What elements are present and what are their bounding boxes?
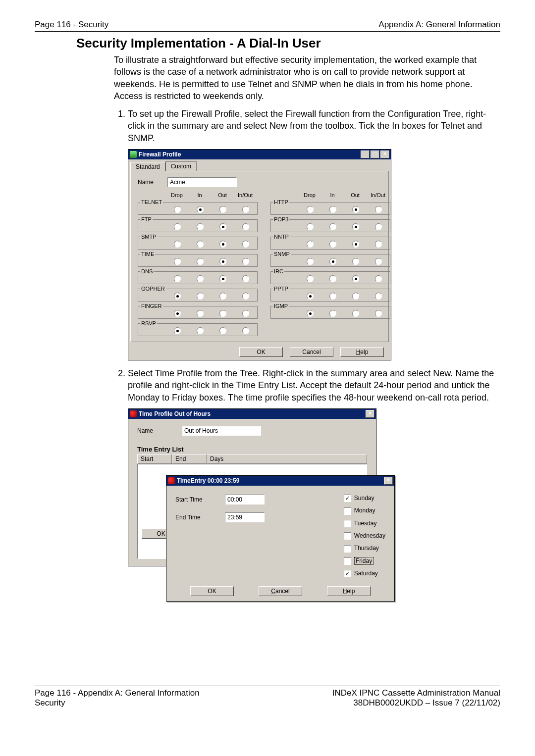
close-icon[interactable]: × xyxy=(380,151,389,158)
radio-smtp-drop[interactable] xyxy=(174,241,181,248)
checkbox-sunday[interactable] xyxy=(344,495,351,502)
radio-http-in[interactable] xyxy=(329,206,336,213)
firewall-name-input[interactable] xyxy=(167,177,237,187)
radio-snmp-inout[interactable] xyxy=(375,258,382,265)
radio-dns-out[interactable] xyxy=(219,275,226,282)
radio-finger-out[interactable] xyxy=(219,310,226,317)
radio-finger-in[interactable] xyxy=(197,310,204,317)
radio-pop3-in[interactable] xyxy=(329,223,336,230)
radio-igmp-in[interactable] xyxy=(329,310,336,317)
radio-finger-drop[interactable] xyxy=(174,310,181,317)
proto-telnet: TELNET xyxy=(138,199,258,215)
minimize-icon[interactable]: _ xyxy=(361,151,370,158)
radio-http-drop[interactable] xyxy=(307,206,314,213)
radio-pop3-out[interactable] xyxy=(352,223,359,230)
firewall-help-button[interactable]: Help xyxy=(340,347,384,357)
proto-igmp: IGMP xyxy=(270,303,390,319)
maximize-icon[interactable]: □ xyxy=(371,151,379,158)
radio-nntp-in[interactable] xyxy=(329,241,336,248)
col-end[interactable]: End xyxy=(172,454,207,464)
radio-igmp-out[interactable] xyxy=(352,310,359,317)
radio-rsvp-in[interactable] xyxy=(197,327,204,334)
checkbox-thursday[interactable] xyxy=(344,545,351,553)
radio-dns-in[interactable] xyxy=(197,275,204,282)
radio-pop3-drop[interactable] xyxy=(307,223,314,230)
radio-telnet-in[interactable] xyxy=(197,206,204,213)
radio-igmp-drop[interactable] xyxy=(307,310,314,317)
radio-gopher-inout[interactable] xyxy=(242,293,249,300)
radio-gopher-drop[interactable] xyxy=(174,293,181,300)
firewall-ok-button[interactable]: OK xyxy=(239,347,283,357)
clock-icon xyxy=(168,477,175,484)
time-entry-list-heading: Time Entry List xyxy=(137,446,367,453)
radio-irc-out[interactable] xyxy=(352,275,359,282)
close-icon[interactable]: × xyxy=(384,477,393,485)
radio-pptp-inout[interactable] xyxy=(375,293,382,300)
radio-time-out[interactable] xyxy=(219,258,226,265)
start-time-input[interactable] xyxy=(225,495,265,504)
radio-dns-drop[interactable] xyxy=(174,275,181,282)
tab-standard[interactable]: Standard xyxy=(130,162,165,171)
radio-http-inout[interactable] xyxy=(375,206,382,213)
left-proto-col: Drop In Out In/Out TELNETFTPSMTPTIMEDNSG… xyxy=(138,192,258,338)
radio-gopher-in[interactable] xyxy=(197,293,204,300)
te-cancel-button[interactable]: Cancel xyxy=(259,586,302,596)
firewall-cancel-button[interactable]: Cancel xyxy=(290,347,333,357)
radio-time-in[interactable] xyxy=(197,258,204,265)
radio-time-drop[interactable] xyxy=(174,258,181,265)
tp-name-label: Name xyxy=(137,427,153,434)
radio-ftp-drop[interactable] xyxy=(174,223,181,230)
timeprofile-titlebar[interactable]: Time Profile Out of Hours × xyxy=(128,409,376,419)
radio-ftp-in[interactable] xyxy=(197,223,204,230)
radio-telnet-inout[interactable] xyxy=(242,206,249,213)
radio-nntp-out[interactable] xyxy=(352,241,359,248)
clock-icon xyxy=(130,410,137,417)
close-icon[interactable]: × xyxy=(366,410,374,418)
radio-irc-drop[interactable] xyxy=(307,275,314,282)
radio-smtp-out[interactable] xyxy=(219,241,226,248)
radio-irc-inout[interactable] xyxy=(375,275,382,282)
radio-rsvp-inout[interactable] xyxy=(242,327,249,334)
checkbox-wednesday[interactable] xyxy=(344,532,351,540)
radio-ftp-out[interactable] xyxy=(219,223,226,230)
radio-ftp-inout[interactable] xyxy=(242,223,249,230)
radio-http-out[interactable] xyxy=(352,206,359,213)
firewall-title: Firewall Profile xyxy=(139,151,181,158)
col-days[interactable]: Days xyxy=(207,454,367,464)
timeentry-titlebar[interactable]: TimeEntry 00:00 23:59 × xyxy=(166,476,394,486)
radio-igmp-inout[interactable] xyxy=(375,310,382,317)
firewall-titlebar[interactable]: Firewall Profile _ □ × xyxy=(128,150,391,159)
checkbox-tuesday[interactable] xyxy=(344,520,351,527)
radio-rsvp-drop[interactable] xyxy=(174,327,181,334)
radio-finger-inout[interactable] xyxy=(242,310,249,317)
radio-pop3-inout[interactable] xyxy=(375,223,382,230)
checkbox-friday[interactable] xyxy=(344,557,351,565)
radio-pptp-in[interactable] xyxy=(329,293,336,300)
radio-telnet-drop[interactable] xyxy=(174,206,181,213)
radio-pptp-drop[interactable] xyxy=(307,293,314,300)
end-time-input[interactable] xyxy=(225,512,265,522)
radio-dns-inout[interactable] xyxy=(242,275,249,282)
tp-name-input[interactable] xyxy=(182,426,261,436)
radio-pptp-out[interactable] xyxy=(352,293,359,300)
radio-gopher-out[interactable] xyxy=(219,293,226,300)
proto-irc: IRC xyxy=(270,268,390,284)
checkbox-monday[interactable] xyxy=(344,507,351,515)
radio-snmp-in[interactable] xyxy=(329,258,336,265)
checkbox-saturday[interactable] xyxy=(344,570,351,577)
radio-telnet-out[interactable] xyxy=(219,206,226,213)
te-help-button[interactable]: Help xyxy=(327,586,371,596)
radio-time-inout[interactable] xyxy=(242,258,249,265)
radio-nntp-drop[interactable] xyxy=(307,241,314,248)
radio-snmp-out[interactable] xyxy=(352,258,359,265)
radio-smtp-inout[interactable] xyxy=(242,241,249,248)
radio-rsvp-out[interactable] xyxy=(219,327,226,334)
proto-nntp: NNTP xyxy=(270,234,390,250)
radio-nntp-inout[interactable] xyxy=(375,241,382,248)
te-ok-button[interactable]: OK xyxy=(190,586,234,596)
radio-snmp-drop[interactable] xyxy=(307,258,314,265)
radio-irc-in[interactable] xyxy=(329,275,336,282)
tab-custom[interactable]: Custom xyxy=(165,161,197,171)
col-start[interactable]: Start xyxy=(137,454,172,464)
radio-smtp-in[interactable] xyxy=(197,241,204,248)
